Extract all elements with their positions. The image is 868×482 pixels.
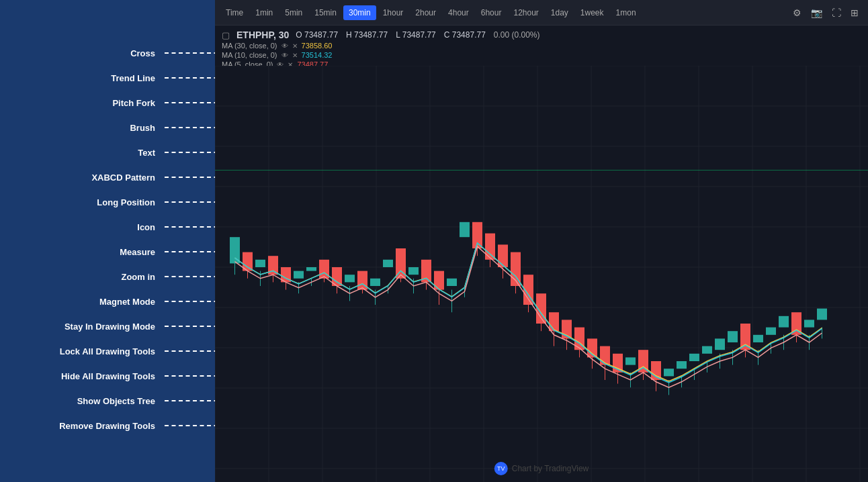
ma1-label: MA (30, close, 0) [222, 42, 277, 50]
tool-label-magnet-mode: Magnet Mode [99, 297, 155, 307]
layout-icon[interactable]: ⊞ [847, 5, 863, 21]
chart-symbol: ETHPHP, 30 [236, 30, 289, 40]
tool-label-lock-all: Lock All Drawing Tools [60, 346, 155, 356]
tf-30min[interactable]: 30min [343, 5, 376, 20]
collapse-icon[interactable]: ▢ [222, 30, 230, 40]
ma2-row: MA (10, close, 0) 👁 ✕ 73514.32 [222, 51, 861, 59]
tool-label-brush: Brush [130, 123, 155, 133]
tool-label-hide-all: Hide All Drawing Tools [61, 371, 155, 381]
ma1-eye-icon[interactable]: 👁 [281, 42, 288, 50]
tool-label-long-position: Long Position [97, 197, 155, 207]
annotation-row-remove-tools: Remove Drawing Tools🗑 [0, 414, 252, 437]
tool-label-text: Text [138, 148, 155, 158]
tool-label-trend-line: Trend Line [111, 73, 155, 83]
annotation-row-lock-all: Lock All Drawing Tools🔒 [0, 340, 252, 363]
horizontal-price-line [215, 170, 868, 171]
tf-12hour[interactable]: 12hour [508, 5, 544, 20]
ma1-value: 73858.60 [302, 42, 333, 50]
tool-label-icon: Icon [137, 222, 155, 232]
annotation-panel: Cross✛Trend Line╱Pitch Fork⑂Brush✏TextTX… [0, 34, 252, 477]
ohlc-change: 0.00 (0.00%) [494, 30, 540, 40]
annotation-row-text: TextT [0, 141, 252, 164]
ohlc-low: L 73487.77 [396, 30, 436, 40]
chart-canvas-area: TV Chart by TradingView [215, 66, 868, 482]
tf-1day[interactable]: 1day [546, 5, 574, 20]
ma1-close-icon[interactable]: ✕ [292, 42, 298, 50]
annotation-row-hide-all: Hide All Drawing Tools👁 [0, 365, 252, 387]
chart-container: Time 1min 5min 15min 30min 1hour 2hour 4… [215, 0, 868, 482]
tf-1week[interactable]: 1week [575, 5, 609, 20]
ohlc-high: H 73487.77 [346, 30, 388, 40]
chart-toolbar: Time 1min 5min 15min 30min 1hour 2hour 4… [215, 0, 868, 26]
watermark-text: Chart by TradingView [512, 464, 589, 473]
time-button[interactable]: Time [220, 5, 249, 20]
ma2-label: MA (10, close, 0) [222, 51, 277, 59]
annotation-row-xabcd-pattern: XABCD Pattern⋰ [0, 166, 252, 189]
tf-1mon[interactable]: 1mon [611, 5, 642, 20]
tool-label-cross: Cross [130, 48, 155, 58]
tf-4hour[interactable]: 4hour [443, 5, 474, 20]
ohlc-close: C 73487.77 [444, 30, 486, 40]
tool-label-pitch-fork: Pitch Fork [112, 98, 155, 108]
annotation-row-show-objects: Show Objects Tree📋 [0, 389, 252, 412]
settings-icon[interactable]: ⚙ [789, 5, 806, 21]
annotation-row-magnet-mode: Magnet Mode⊟ [0, 290, 252, 313]
annotation-row-icon: Icon← [0, 215, 252, 238]
tf-5min[interactable]: 5min [279, 5, 308, 20]
tf-6hour[interactable]: 6hour [476, 5, 507, 20]
tool-label-xabcd-pattern: XABCD Pattern [91, 173, 155, 183]
annotation-row-long-position: Long Position⊕ [0, 191, 252, 213]
annotation-row-zoom-in: Zoom in🔍 [0, 265, 252, 288]
tool-label-measure: Measure [120, 247, 155, 257]
annotation-row-stay-drawing: Stay In Drawing Mode🔒 [0, 315, 252, 338]
annotation-row-measure: Measure📏 [0, 240, 252, 263]
ma1-row: MA (30, close, 0) 👁 ✕ 73858.60 [222, 42, 861, 50]
ma2-value: 73514.32 [302, 51, 333, 59]
chart-watermark: TV Chart by TradingView [494, 462, 589, 475]
ma2-close-icon[interactable]: ✕ [292, 52, 298, 59]
annotation-row-pitch-fork: Pitch Fork⑂ [0, 91, 252, 114]
chart-canvas[interactable] [215, 66, 868, 482]
annotation-row-cross: Cross✛ [0, 42, 252, 64]
ma2-eye-icon[interactable]: 👁 [281, 52, 288, 59]
chart-header: ▢ ETHPHP, 30 O 73487.77 H 73487.77 L 734… [215, 26, 868, 66]
tool-label-zoom-in: Zoom in [121, 272, 155, 282]
tradingview-logo: TV [494, 462, 508, 475]
tool-label-stay-drawing: Stay In Drawing Mode [64, 322, 155, 332]
annotation-row-trend-line: Trend Line╱ [0, 66, 252, 89]
ohlc-open: O 73487.77 [296, 30, 338, 40]
tf-1hour[interactable]: 1hour [378, 5, 409, 20]
tf-1min[interactable]: 1min [250, 5, 278, 20]
tool-label-remove-tools: Remove Drawing Tools [59, 421, 155, 431]
fullscreen-icon[interactable]: ⛶ [828, 5, 845, 21]
tf-15min[interactable]: 15min [309, 5, 342, 20]
tool-label-show-objects: Show Objects Tree [77, 396, 155, 406]
camera-icon[interactable]: 📷 [807, 5, 826, 21]
annotation-row-brush: Brush✏ [0, 116, 252, 139]
tf-2hour[interactable]: 2hour [410, 5, 441, 20]
